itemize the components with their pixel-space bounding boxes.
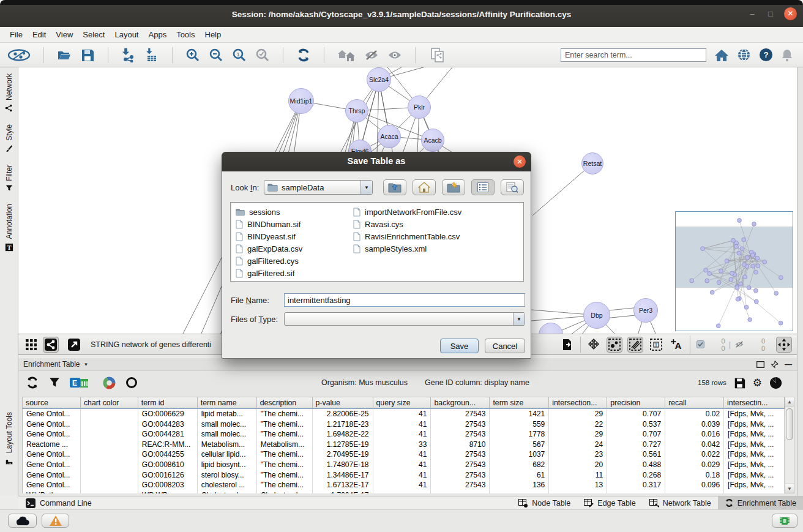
maximize-icon[interactable]: □ <box>766 9 775 18</box>
file-item-sessions[interactable]: sessions <box>236 206 302 218</box>
pan-mode-button[interactable] <box>586 337 602 353</box>
zoom-out-button[interactable] <box>207 47 225 64</box>
network-node-dbp[interactable]: Dbp <box>583 302 610 329</box>
sidebar-tab-annotation[interactable]: AnnotationT <box>5 198 13 257</box>
menu-select[interactable]: Select <box>78 28 110 42</box>
scroll-up-icon[interactable]: ▲ <box>785 397 794 406</box>
birdseye-view[interactable] <box>675 211 793 331</box>
birdseye-toggle-button[interactable] <box>776 337 792 353</box>
home-folder-button[interactable] <box>413 179 436 195</box>
list-view-button[interactable] <box>471 179 495 195</box>
network-node-retsat[interactable]: Retsat <box>581 152 603 174</box>
network-node-pklr[interactable]: Pklr <box>408 96 431 119</box>
column-header-intersection-[interactable]: intersection... <box>549 397 607 408</box>
import-network-button[interactable] <box>120 47 137 64</box>
select-annotations-toggle[interactable]: T <box>648 337 664 353</box>
file-item-sampleStyles.xml[interactable]: sampleStyles.xml <box>353 242 461 255</box>
file-item-importNetworkFromFile.csv[interactable]: importNetworkFromFile.csv <box>353 206 461 218</box>
table-scrollbar[interactable]: ▲ ▼ <box>785 397 794 493</box>
sidebar-tab-style[interactable]: Style <box>5 118 13 159</box>
new-folder-button[interactable] <box>442 179 465 195</box>
scrollbar-thumb[interactable] <box>786 408 793 440</box>
save-session-button[interactable] <box>79 47 96 64</box>
enrichmentmap-button[interactable]: E <box>70 377 88 389</box>
help-icon[interactable]: ? <box>759 48 773 62</box>
menu-help[interactable]: Help <box>200 28 226 42</box>
dialog-close-icon[interactable]: ✕ <box>514 155 526 168</box>
file-item-RavisiEnrichmentTable.csv[interactable]: RavisiEnrichmentTable.csv <box>353 230 461 242</box>
table-row[interactable]: Gene Ontol...GO:0008203cholesterol ..."T… <box>23 480 785 490</box>
details-view-button[interactable] <box>501 179 524 195</box>
tab-node-table[interactable]: Node Table <box>512 496 577 509</box>
file-name-input[interactable] <box>284 293 525 307</box>
clone-network-button[interactable] <box>427 47 448 64</box>
notifications-icon[interactable] <box>781 48 793 62</box>
column-header-p-value[interactable]: p-value <box>313 397 373 408</box>
import-table-button[interactable] <box>143 47 160 64</box>
zoom-in-button[interactable] <box>184 47 201 64</box>
menu-apps[interactable]: Apps <box>144 28 172 42</box>
select-nodes-toggle[interactable] <box>607 337 622 353</box>
chart-ring-button[interactable] <box>125 377 138 389</box>
command-line-label[interactable]: Command Line <box>40 499 92 508</box>
table-row[interactable]: Gene Ontol...GO:0044283small molec..."Th… <box>23 419 785 430</box>
filter-enrichment-button[interactable] <box>49 377 60 388</box>
detach-view-button[interactable] <box>66 337 82 353</box>
show-all-button[interactable] <box>386 47 403 64</box>
panel-title[interactable]: Enrichment Table <box>23 360 80 369</box>
column-header-backgroun-[interactable]: backgroun... <box>431 397 490 408</box>
chart-donut-button[interactable] <box>103 377 116 389</box>
sidebar-tab-layout-tools[interactable]: Layout Tools <box>5 406 13 471</box>
up-folder-button[interactable] <box>383 179 406 195</box>
float-panel-icon[interactable] <box>756 361 764 368</box>
tab-network-table[interactable]: Network Table <box>643 496 718 509</box>
menu-layout[interactable]: Layout <box>110 28 143 42</box>
tab-enrichment-table[interactable]: Enrichment Table <box>718 496 803 509</box>
column-header-query-size[interactable]: query size <box>373 397 431 408</box>
pie-chart-button[interactable] <box>769 377 782 389</box>
files-of-type-combobox[interactable]: ▼ <box>284 312 525 326</box>
menu-edit[interactable]: Edit <box>28 28 51 42</box>
file-item-Ravasi.cys[interactable]: Ravasi.cys <box>353 218 461 230</box>
memory-status-button[interactable] <box>8 514 37 528</box>
file-item-galFiltered.cys[interactable]: galFiltered.cys <box>236 255 302 267</box>
menu-file[interactable]: File <box>5 28 28 42</box>
table-body[interactable]: Gene Ontol...GO:0006629lipid metab..."Th… <box>22 408 785 493</box>
select-edges-toggle[interactable] <box>627 337 643 353</box>
file-item-galFiltered.sif[interactable]: galFiltered.sif <box>236 267 302 279</box>
column-header-source[interactable]: source <box>23 397 81 408</box>
first-neighbors-button[interactable] <box>336 47 357 64</box>
network-node-thrsp[interactable]: Thrsp <box>345 99 368 122</box>
table-row[interactable]: Gene Ontol...GO:0016126sterol biosy..."T… <box>23 470 785 481</box>
refresh-enrichment-button[interactable] <box>26 376 39 389</box>
terminal-icon[interactable] <box>26 498 35 508</box>
column-header-term-name[interactable]: term name <box>198 397 257 408</box>
sidebar-tab-filter[interactable]: Filter <box>5 159 13 198</box>
network-node-slc2a4[interactable]: Slc2a4 <box>367 67 391 92</box>
look-in-dropdown-icon[interactable]: ▼ <box>360 181 372 194</box>
globe-icon[interactable] <box>737 48 751 62</box>
table-header-row[interactable]: sourcechart colorterm idterm namedescrip… <box>22 397 785 408</box>
column-header-chart-color[interactable]: chart color <box>81 397 138 408</box>
panel-title-caret-icon[interactable]: ▼ <box>84 362 89 367</box>
export-network-button[interactable] <box>559 337 575 353</box>
export-table-button[interactable] <box>734 377 745 389</box>
home-icon[interactable] <box>714 48 729 62</box>
network-node-mid1ip1[interactable]: Mid1ip1 <box>288 88 314 114</box>
table-row[interactable]: Gene Ontol...GO:0044255cellular lipid...… <box>23 449 785 460</box>
sidebar-tab-network[interactable]: Network <box>5 67 13 118</box>
file-item-BINDhuman.sif[interactable]: BINDhuman.sif <box>236 218 302 230</box>
column-header-precision[interactable]: precision <box>607 397 665 408</box>
hide-selected-button[interactable] <box>363 47 380 64</box>
warnings-button[interactable] <box>42 514 69 528</box>
column-header-intersectin-[interactable]: intersectin... <box>724 397 785 408</box>
menu-tools[interactable]: Tools <box>171 28 200 42</box>
files-of-type-dropdown-icon[interactable]: ▼ <box>513 313 525 325</box>
open-session-button[interactable] <box>56 47 73 64</box>
scroll-down-icon[interactable]: ▼ <box>785 484 794 493</box>
look-in-combobox[interactable]: sampleData ▼ <box>264 180 373 195</box>
zoom-selected-button[interactable] <box>254 47 271 64</box>
file-item-galExpData.csv[interactable]: galExpData.csv <box>236 242 302 255</box>
memory-chip-button[interactable] <box>772 514 797 528</box>
cancel-button[interactable]: Cancel <box>485 339 525 353</box>
